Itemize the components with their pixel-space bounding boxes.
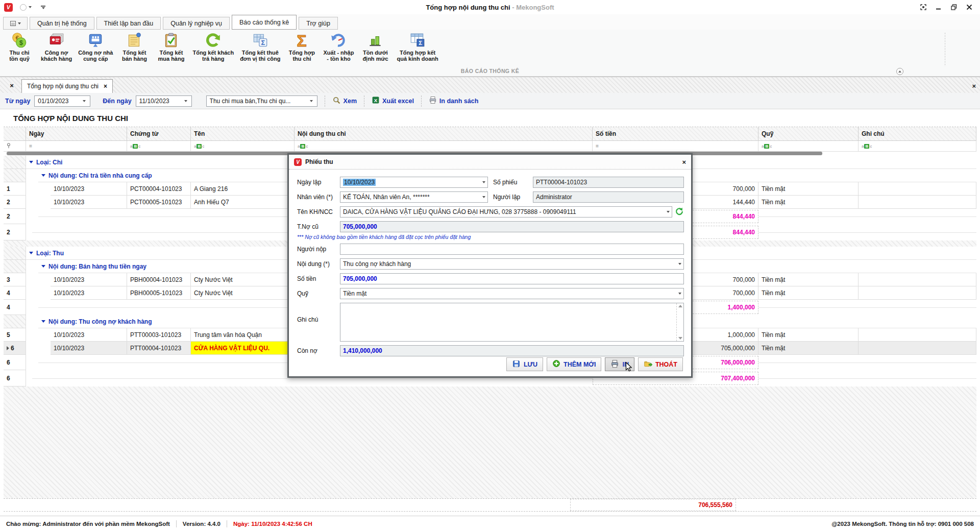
restore-button[interactable] xyxy=(950,4,958,11)
save-button[interactable]: LƯU xyxy=(506,357,543,371)
filter-ghi-chu[interactable]: aBc xyxy=(859,141,976,152)
close-all-tabs-button[interactable]: × xyxy=(4,79,19,91)
scroll-down-icon[interactable] xyxy=(678,337,682,340)
ribbon-button-cong-no-nha-cung-cap[interactable]: Công nợ nhàcung cấp xyxy=(75,31,116,62)
tab-thiet-lap-ban-dau[interactable]: Thiết lập ban đầu xyxy=(96,17,161,30)
cell-quy[interactable]: Tiền mặt xyxy=(758,286,859,300)
cell-ghi-chu[interactable] xyxy=(859,342,976,355)
cell-ghi-chu[interactable] xyxy=(859,196,976,209)
header-noi-dung[interactable]: Nội dung thu chi xyxy=(295,127,593,141)
filter-noi-dung[interactable]: aBc xyxy=(295,141,593,152)
cell-quy[interactable]: Tiền mặt xyxy=(758,273,859,286)
fullscreen-button[interactable] xyxy=(920,4,927,11)
scroll-up-icon[interactable] xyxy=(678,305,682,307)
ngay-lap-combo[interactable]: 10/10/2023 xyxy=(340,177,488,188)
ribbon-button-ton-duoi-dinh-muc[interactable]: Tồn dướiđịnh mức xyxy=(357,31,394,62)
ribbon-button-tong-ket-mua-hang[interactable]: Tổng kếtmua hàng xyxy=(153,31,189,62)
cell-quy[interactable]: Tiền mặt xyxy=(758,328,859,342)
tab-tro-giup[interactable]: Trợ giúp xyxy=(299,17,338,30)
collapse-caret-icon[interactable] xyxy=(29,252,33,254)
cell-chung-tu[interactable]: PTT00004-101023 xyxy=(127,342,191,355)
header-row-number[interactable] xyxy=(4,127,26,141)
application-menu-button[interactable] xyxy=(3,17,28,30)
cell-ten[interactable]: A Giang 216 xyxy=(191,182,295,196)
ribbon-button-thu-chi-ton-quy[interactable]: €$ Thu chitồn quỹ xyxy=(1,31,38,62)
cell-ngay[interactable]: 10/10/2023 xyxy=(51,182,127,196)
header-quy[interactable]: Quỹ xyxy=(758,127,859,141)
print-list-button[interactable]: In danh sách xyxy=(429,96,478,106)
cell-quy[interactable]: Tiền mặt xyxy=(758,196,859,209)
filter-ten[interactable]: aBc xyxy=(191,141,295,152)
close-button[interactable] xyxy=(966,4,973,11)
to-date-combo[interactable]: 11/10/2023 xyxy=(136,95,192,107)
header-ten[interactable]: Tên xyxy=(191,127,295,141)
tab-bao-cao-thong-ke[interactable]: Báo cáo thống kê xyxy=(232,15,297,30)
cell-ten[interactable]: Cty Nước Việt xyxy=(191,286,295,300)
print-button[interactable]: IN xyxy=(605,357,634,371)
header-chung-tu[interactable]: Chứng từ xyxy=(127,127,191,141)
exit-button[interactable]: THOÁT xyxy=(638,357,683,371)
header-ngay[interactable]: Ngày xyxy=(26,127,127,141)
cell-ngay[interactable]: 10/10/2023 xyxy=(51,328,127,342)
cell-ten[interactable]: Anh Hiếu Q7 xyxy=(191,196,295,209)
cell-ghi-chu[interactable] xyxy=(859,273,976,286)
quick-access-circle-icon[interactable] xyxy=(20,4,27,11)
refresh-icon[interactable] xyxy=(675,207,684,218)
nhan-vien-combo[interactable]: KẾ TOÁN, Nhân viên An, ******* xyxy=(340,191,488,203)
collapse-caret-icon[interactable] xyxy=(41,320,45,323)
add-new-button[interactable]: THÊM MỚI xyxy=(547,357,601,371)
dialog-close-icon[interactable]: × xyxy=(682,158,686,166)
cell-chung-tu[interactable]: PTT00003-101023 xyxy=(127,328,191,342)
noi-dung-combo[interactable]: Thu công nợ khách hàng xyxy=(340,258,684,270)
dialog-titlebar[interactable]: V Phiếu thu × xyxy=(289,155,691,170)
filter-chung-tu[interactable]: aBc xyxy=(127,141,191,152)
header-so-tien[interactable]: Số tiền xyxy=(593,127,758,141)
collapse-caret-icon[interactable] xyxy=(41,265,45,268)
chevron-down-icon[interactable] xyxy=(29,6,32,8)
ribbon-button-tong-ket-thue-don-vi-thi-cong[interactable]: Σ Tổng kết thuêđơn vị thi công xyxy=(237,31,283,62)
header-ghi-chu[interactable]: Ghi chú xyxy=(859,127,976,141)
cell-ngay[interactable]: 10/10/2023 xyxy=(51,342,127,355)
close-tab-icon[interactable]: × xyxy=(104,83,107,90)
from-date-combo[interactable]: 01/10/2023 xyxy=(34,95,90,107)
cell-ten[interactable]: Cty Nước Việt xyxy=(191,273,295,286)
quick-access-customize-button[interactable] xyxy=(41,6,45,9)
collapse-caret-icon[interactable] xyxy=(41,174,45,177)
so-tien-input[interactable]: 705,000,000 xyxy=(340,273,684,284)
cell-quy[interactable]: Tiền mặt xyxy=(758,342,859,355)
filter-quy[interactable]: aBc xyxy=(758,141,859,152)
ribbon-collapse-button[interactable] xyxy=(896,68,903,75)
type-filter-combo[interactable]: Thu chi mua bán,Thu chi qu... xyxy=(206,95,317,107)
filter-so-tien[interactable]: = xyxy=(593,141,758,152)
ribbon-button-tong-hop-ket-qua-kinh-doanh[interactable]: Σ Tổng hợp kếtquả kinh doanh xyxy=(394,31,441,62)
ribbon-button-xuat-nhap-ton-kho[interactable]: Xuất - nhập- tồn kho xyxy=(320,31,357,62)
cell-chung-tu[interactable]: PBH00004-101023 xyxy=(127,273,191,286)
export-excel-button[interactable]: X Xuất excel xyxy=(372,96,414,106)
ribbon-button-tong-ket-khach-tra-hang[interactable]: Tổng kết kháchtrả hàng xyxy=(189,31,237,62)
cell-chung-tu[interactable]: PCT00005-101023 xyxy=(127,196,191,209)
cell-chung-tu[interactable]: PCT00004-101023 xyxy=(127,182,191,196)
collapse-caret-icon[interactable] xyxy=(29,161,33,163)
tab-quan-tri-he-thong[interactable]: Quản trị hệ thống xyxy=(30,17,94,30)
cell-ten-highlighted[interactable]: CỬA HÀNG VẬT LIỆU QU. xyxy=(191,342,295,355)
ribbon-button-cong-no-khach-hang[interactable]: Công nợkhách hàng xyxy=(38,31,75,62)
cell-chung-tu[interactable]: PBH00005-101023 xyxy=(127,286,191,300)
view-button[interactable]: Xem xyxy=(332,96,357,106)
tab-quan-ly-nghiep-vu[interactable]: Quản lý nghiệp vụ xyxy=(163,17,230,30)
ribbon-button-tong-hop-thu-chi[interactable]: Σ Tổng hợpthu chi xyxy=(283,31,320,62)
ghi-chu-textarea[interactable] xyxy=(340,303,676,341)
nguoi-nop-input[interactable] xyxy=(340,244,684,255)
cell-ngay[interactable]: 10/10/2023 xyxy=(51,273,127,286)
cell-ngay[interactable]: 10/10/2023 xyxy=(51,286,127,300)
cell-ghi-chu[interactable] xyxy=(859,328,976,342)
ten-kh-ncc-combo[interactable]: DAICA, CỬA HÀNG VẬT LIỆU QUẢNG CÁO ĐẠI H… xyxy=(340,206,672,218)
ribbon-button-tong-ket-ban-hang[interactable]: Tổng kếtbán hàng xyxy=(116,31,153,62)
doc-tab-tong-hop-noi-dung-thu-chi[interactable]: Tổng hợp nội dung thu chi × xyxy=(21,79,113,93)
cell-ten[interactable]: Trung tâm văn hóa Quận xyxy=(191,328,295,342)
cell-ngay[interactable]: 10/10/2023 xyxy=(51,196,127,209)
filter-pin-cell[interactable] xyxy=(4,141,26,152)
minimize-button[interactable] xyxy=(935,4,942,11)
close-strip-button[interactable]: × xyxy=(972,82,976,90)
cell-quy[interactable]: Tiền mặt xyxy=(758,182,859,196)
textarea-scrollbar[interactable] xyxy=(676,303,683,341)
